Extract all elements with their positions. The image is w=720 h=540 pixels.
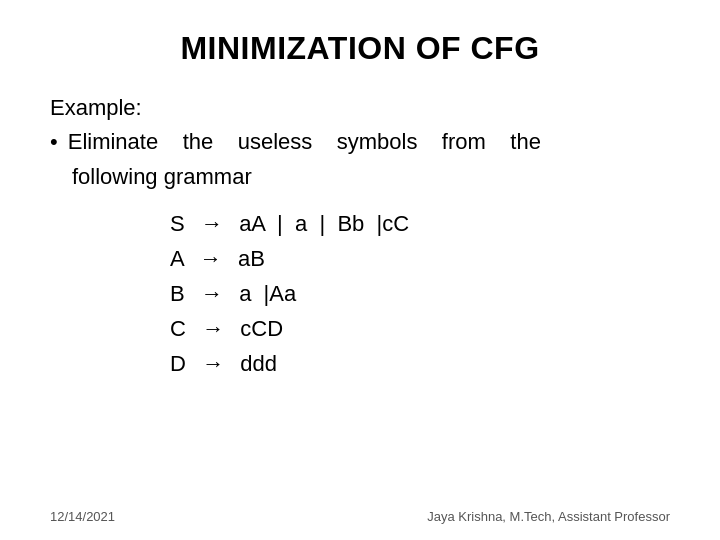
bullet-text-line1: Eliminate the useless symbols from the xyxy=(68,127,541,158)
bullet-dot: • xyxy=(50,127,58,158)
grammar-line-C: C → cCD xyxy=(170,312,670,345)
footer: 12/14/2021 Jaya Krishna, M.Tech, Assista… xyxy=(50,509,670,524)
footer-date: 12/14/2021 xyxy=(50,509,115,524)
slide-container: MINIMIZATION OF CFG Example: • Eliminate… xyxy=(0,0,720,540)
grammar-line-A: A → aB xyxy=(170,242,670,275)
slide-title: MINIMIZATION OF CFG xyxy=(50,30,670,67)
grammar-line-B: B → a |Aa xyxy=(170,277,670,310)
following-grammar-text: following grammar xyxy=(72,162,670,193)
bullet-line-1: • Eliminate the useless symbols from the xyxy=(50,127,670,158)
grammar-block: S → aA | a | Bb |cC A → aB B → a |Aa C →… xyxy=(170,207,670,380)
grammar-line-S: S → aA | a | Bb |cC xyxy=(170,207,670,240)
grammar-line-D: D → ddd xyxy=(170,347,670,380)
footer-author: Jaya Krishna, M.Tech, Assistant Professo… xyxy=(427,509,670,524)
example-label: Example: xyxy=(50,95,670,121)
